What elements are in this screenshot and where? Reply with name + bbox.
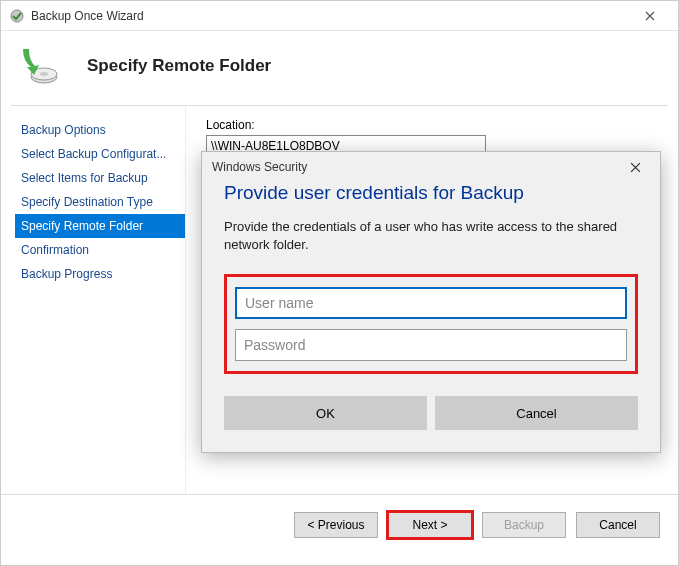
dialog-ok-button[interactable]: OK xyxy=(224,396,427,430)
password-input[interactable] xyxy=(235,329,627,361)
dialog-buttons: OK Cancel xyxy=(224,396,638,430)
credentials-group xyxy=(224,274,638,374)
svg-point-3 xyxy=(40,72,48,76)
titlebar: Backup Once Wizard xyxy=(1,1,678,31)
dialog-titlebar: Windows Security xyxy=(202,152,660,182)
sidebar-item-backup-progress[interactable]: Backup Progress xyxy=(15,262,185,286)
location-label: Location: xyxy=(206,118,658,132)
sidebar-item-backup-options[interactable]: Backup Options xyxy=(15,118,185,142)
window-close-button[interactable] xyxy=(630,2,670,30)
dialog-cancel-button[interactable]: Cancel xyxy=(435,396,638,430)
username-input[interactable] xyxy=(235,287,627,319)
close-icon xyxy=(630,162,641,173)
next-button[interactable]: Next > xyxy=(388,512,472,538)
dialog-close-button[interactable] xyxy=(620,153,650,181)
page-title: Specify Remote Folder xyxy=(87,56,271,76)
sidebar-item-select-backup-config[interactable]: Select Backup Configurat... xyxy=(15,142,185,166)
sidebar-item-confirmation[interactable]: Confirmation xyxy=(15,238,185,262)
backup-wizard-icon xyxy=(17,45,59,87)
sidebar-item-destination-type[interactable]: Specify Destination Type xyxy=(15,190,185,214)
sidebar-item-select-items[interactable]: Select Items for Backup xyxy=(15,166,185,190)
cancel-button[interactable]: Cancel xyxy=(576,512,660,538)
wizard-sidebar: Backup Options Select Backup Configurat.… xyxy=(1,106,186,494)
svg-point-0 xyxy=(11,10,23,22)
wizard-header: Specify Remote Folder xyxy=(1,31,678,105)
previous-button[interactable]: < Previous xyxy=(294,512,378,538)
dialog-title: Windows Security xyxy=(212,160,620,174)
window-title: Backup Once Wizard xyxy=(31,9,630,23)
app-icon xyxy=(9,8,25,24)
dialog-text: Provide the credentials of a user who ha… xyxy=(224,218,638,254)
credentials-dialog: Windows Security Provide user credential… xyxy=(201,151,661,453)
close-icon xyxy=(645,11,655,21)
dialog-body: Provide user credentials for Backup Prov… xyxy=(202,182,660,452)
backup-button: Backup xyxy=(482,512,566,538)
dialog-heading: Provide user credentials for Backup xyxy=(224,182,638,204)
wizard-footer: < Previous Next > Backup Cancel xyxy=(1,494,678,554)
sidebar-item-remote-folder[interactable]: Specify Remote Folder xyxy=(15,214,185,238)
